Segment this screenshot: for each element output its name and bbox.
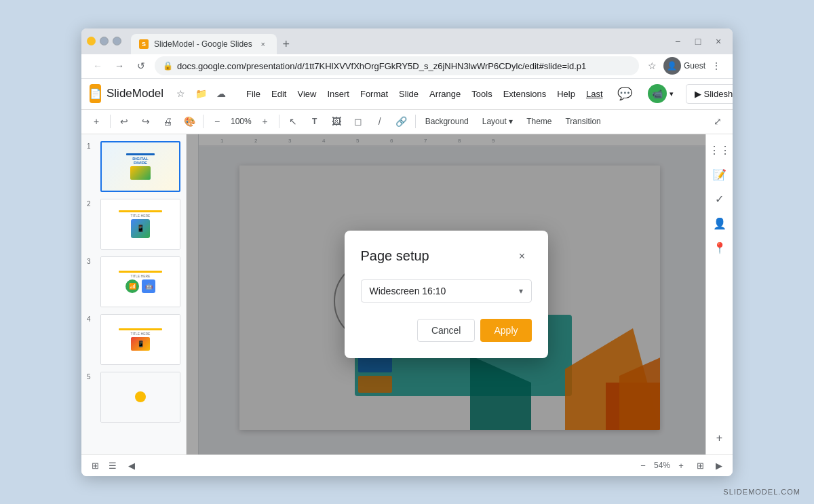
profile-button[interactable]: 👤 xyxy=(663,57,681,75)
slideshow-button[interactable]: ▶ Slideshow ▾ xyxy=(686,84,733,104)
image-button[interactable]: 🖼 xyxy=(327,112,346,131)
canvas-area[interactable]: 12 34 56 78 9 xyxy=(187,134,705,454)
modal-title: Page setup xyxy=(361,248,429,264)
folder-button[interactable]: 📁 xyxy=(192,85,210,102)
menu-tools[interactable]: Tools xyxy=(466,86,497,102)
slide-item-2[interactable]: 2 TITLE HERE 📱 xyxy=(85,197,182,251)
window-minimize-button[interactable]: − xyxy=(669,33,686,50)
toolbar-right: ⤢ xyxy=(708,112,727,131)
expand-button[interactable]: ⤢ xyxy=(708,112,727,131)
address-bar-right: ☆ 👤 Guest ⋮ xyxy=(644,57,724,75)
modal-body: Widescreen 16:10 ▾ xyxy=(361,279,532,303)
add-button[interactable]: + xyxy=(87,112,106,131)
slide-item-1[interactable]: 1 DIGITALDIVIDE xyxy=(85,140,182,193)
textbox-button[interactable]: T xyxy=(305,112,324,131)
window-restore-button[interactable]: □ xyxy=(689,33,707,50)
forward-button[interactable]: → xyxy=(111,58,128,74)
grid-view-button[interactable]: ⊞ xyxy=(87,457,103,473)
sidebar-tasks-button[interactable]: ✓ xyxy=(709,189,731,210)
menu-edit[interactable]: Edit xyxy=(266,86,292,102)
browser-tab[interactable]: S SlideModel - Google Slides × xyxy=(131,34,277,54)
meet-arrow: ▾ xyxy=(670,90,674,98)
undo-button[interactable]: ↩ xyxy=(115,112,134,131)
zoom-in-button[interactable]: + xyxy=(256,112,275,131)
title-bar: S SlideModel - Google Slides × + − □ × xyxy=(81,28,733,54)
cancel-button[interactable]: Cancel xyxy=(417,319,476,342)
slide-number-3: 3 xyxy=(87,256,96,265)
slide-item-3[interactable]: 3 TITLE HERE 📶 🤖 xyxy=(85,255,182,309)
sidebar-maps-button[interactable]: 📍 xyxy=(709,237,731,259)
menu-bar: File Edit View Insert Format Slide Arran… xyxy=(241,86,608,102)
slide-item-5[interactable]: 5 xyxy=(85,370,182,424)
maximize-button[interactable] xyxy=(100,37,109,45)
menu-extensions[interactable]: Extensions xyxy=(498,86,552,102)
sidebar-notes-button[interactable]: 📝 xyxy=(709,164,731,186)
menu-last[interactable]: Last xyxy=(581,86,608,102)
slide-thumb-3[interactable]: TITLE HERE 📶 🤖 xyxy=(100,256,180,307)
divider-4 xyxy=(415,115,416,128)
menu-arrange[interactable]: Arrange xyxy=(424,86,466,102)
right-sidebar: ⋮⋮ 📝 ✓ 👤 📍 + xyxy=(705,134,733,454)
menu-help[interactable]: Help xyxy=(551,86,581,102)
new-tab-button[interactable]: + xyxy=(277,35,296,54)
fit-button[interactable]: ⊞ xyxy=(692,457,708,473)
transition-button[interactable]: Transition xyxy=(560,114,606,129)
browser-window: S SlideModel - Google Slides × + − □ × ←… xyxy=(81,28,733,476)
slide-thumb-2[interactable]: TITLE HERE 📱 xyxy=(100,199,180,250)
url-bar[interactable]: 🔒 docs.google.com/presentation/d/1tt7KHl… xyxy=(155,56,639,75)
sidebar-add-button[interactable]: + xyxy=(709,427,731,449)
menu-slide[interactable]: Slide xyxy=(393,86,424,102)
cloud-button[interactable]: ☁ xyxy=(212,85,230,102)
logo-letter: 📄 xyxy=(90,88,101,99)
zoom-out-button[interactable]: − xyxy=(635,457,651,473)
window-close-button[interactable]: × xyxy=(710,33,727,50)
list-view-button[interactable]: ☰ xyxy=(104,457,121,473)
guest-label: Guest xyxy=(684,61,705,71)
refresh-button[interactable]: ↺ xyxy=(133,58,149,74)
right-arrow-button[interactable]: ▶ xyxy=(711,457,727,473)
zoom-out-button[interactable]: − xyxy=(208,112,227,131)
slide-thumb-4[interactable]: TITLE HERE 📱 xyxy=(100,314,180,365)
comment-button[interactable]: 💬 xyxy=(614,83,636,104)
watermark: SLIDEMODEL.COM xyxy=(723,488,800,496)
menu-view[interactable]: View xyxy=(292,86,322,102)
app-logo: 📄 xyxy=(90,84,101,103)
minimize-button[interactable] xyxy=(87,37,96,45)
print-button[interactable]: 🖨 xyxy=(158,112,177,131)
meet-icon: 📹 xyxy=(648,84,667,103)
slide-thumb-1[interactable]: DIGITALDIVIDE xyxy=(100,141,180,192)
more-button[interactable]: ⋮ xyxy=(708,58,724,74)
sidebar-more-button[interactable]: ⋮⋮ xyxy=(709,140,731,161)
zoom-in-button[interactable]: + xyxy=(673,457,689,473)
lock-icon: 🔒 xyxy=(163,61,173,71)
layout-button[interactable]: Layout ▾ xyxy=(477,114,518,129)
tab-close-button[interactable]: × xyxy=(258,39,269,50)
link-button[interactable]: 🔗 xyxy=(392,112,411,131)
meet-button[interactable]: 📹 ▾ xyxy=(641,80,680,107)
paint-button[interactable]: 🎨 xyxy=(180,112,199,131)
zoom-group: − 100% + xyxy=(208,112,275,131)
sidebar-people-button[interactable]: 👤 xyxy=(709,213,731,235)
back-button[interactable]: ← xyxy=(90,58,106,74)
page-size-dropdown[interactable]: Widescreen 16:10 ▾ xyxy=(361,279,532,303)
redo-button[interactable]: ↪ xyxy=(136,112,155,131)
modal-close-button[interactable]: × xyxy=(513,247,532,266)
divider-3 xyxy=(279,115,279,128)
app-bar-right: 💬 📹 ▾ ▶ Slideshow ▾ 🔒 Share xyxy=(614,80,733,107)
slide-item-4[interactable]: 4 TITLE HERE 📱 xyxy=(85,313,182,366)
slide-thumb-5[interactable] xyxy=(100,372,180,423)
apply-button[interactable]: Apply xyxy=(480,319,531,342)
line-button[interactable]: / xyxy=(370,112,389,131)
bookmark-button[interactable]: ☆ xyxy=(644,58,661,74)
close-button[interactable] xyxy=(113,37,121,45)
star-button[interactable]: ☆ xyxy=(172,85,189,102)
toolbar: + ↩ ↪ 🖨 🎨 − 100% + ↖ T 🖼 ◻ / 🔗 Backgroun… xyxy=(81,110,733,134)
menu-insert[interactable]: Insert xyxy=(322,86,355,102)
shape-button[interactable]: ◻ xyxy=(349,112,368,131)
background-button[interactable]: Background xyxy=(420,114,474,129)
theme-button[interactable]: Theme xyxy=(521,114,557,129)
panel-toggle-button[interactable]: ◀ xyxy=(123,457,140,473)
menu-format[interactable]: Format xyxy=(355,86,393,102)
select-button[interactable]: ↖ xyxy=(284,112,303,131)
menu-file[interactable]: File xyxy=(241,86,266,102)
